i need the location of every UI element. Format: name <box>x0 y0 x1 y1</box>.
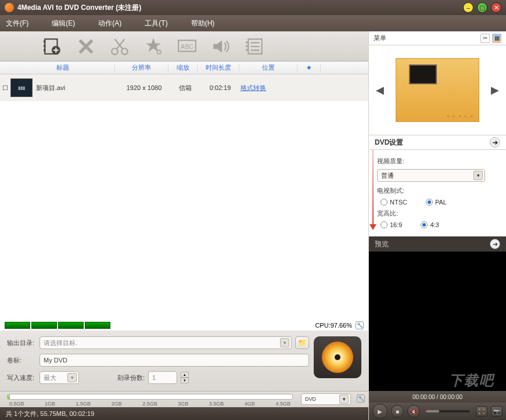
subtitle-button[interactable]: ABC <box>175 35 199 58</box>
ruler-track[interactable] <box>7 394 293 400</box>
file-name: 新项目.avi <box>36 84 117 92</box>
svg-point-5 <box>112 48 118 55</box>
minimize-button[interactable]: – <box>463 2 473 13</box>
ntsc-radio[interactable]: NTSC <box>381 199 407 206</box>
col-zoom[interactable]: 缩放 <box>168 63 198 72</box>
cpu-meter <box>31 322 57 329</box>
menu-file[interactable]: 文件(F) <box>6 19 28 28</box>
chapter-button[interactable] <box>243 35 266 58</box>
svg-rect-1 <box>44 40 45 42</box>
snapshot-button[interactable]: 📷 <box>491 406 503 417</box>
ruler-settings-button[interactable]: 🔧 <box>357 394 365 403</box>
dvd-settings-header[interactable]: DVD设置 ➔ <box>369 135 506 150</box>
template-prev-button[interactable]: ◀ <box>371 79 389 101</box>
aspect-ratio-label: 宽高比: <box>377 209 498 218</box>
write-speed-select[interactable]: 最大 ▾ <box>40 371 79 384</box>
grid-icon[interactable]: ▦ <box>492 34 501 43</box>
audio-button[interactable] <box>209 35 232 58</box>
col-resolution[interactable]: 分辨率 <box>115 63 168 72</box>
template-preview[interactable] <box>396 58 479 122</box>
copies-up-button[interactable]: ▴ <box>181 372 189 378</box>
radio-icon <box>381 221 387 228</box>
menu-tools[interactable]: 工具(T) <box>145 19 167 28</box>
file-location[interactable]: 格式转换 <box>241 84 266 92</box>
disc-type-select[interactable]: DVD ▾ <box>301 393 351 405</box>
maximize-button[interactable]: ▢ <box>477 2 487 13</box>
video-quality-select[interactable]: 普通 ▾ <box>377 169 485 182</box>
mute-button[interactable]: 🔇 <box>407 405 420 418</box>
svg-rect-13 <box>246 49 247 51</box>
output-dir-label: 输出目录: <box>7 339 36 347</box>
ratio-169-radio[interactable]: 16:9 <box>381 221 402 228</box>
svg-point-6 <box>121 48 128 55</box>
play-button[interactable]: ▶ <box>372 404 387 419</box>
volume-slider[interactable] <box>426 410 470 412</box>
preview-video-area <box>369 252 506 391</box>
copies-down-button[interactable]: ▾ <box>181 378 189 383</box>
file-duration: 0:02:19 <box>200 84 241 91</box>
menu-help[interactable]: 帮助(H) <box>191 19 215 28</box>
radio-icon <box>426 199 433 206</box>
cpu-meter <box>58 322 84 329</box>
delete-button[interactable] <box>74 35 98 58</box>
effects-button[interactable] <box>142 35 165 58</box>
tools-icon[interactable]: ✂ <box>480 34 490 43</box>
video-thumbnail: ▮▮▮ <box>10 78 33 97</box>
cut-button[interactable] <box>108 35 131 58</box>
add-file-button[interactable] <box>41 35 64 58</box>
output-dir-select[interactable]: 请选择目标. ▾ <box>40 336 292 349</box>
volume-label: 卷标: <box>7 356 36 365</box>
app-icon <box>5 3 14 12</box>
dvd-settings-panel: 视频质量: 普通 ▾ 电视制式: NTSC PAL 宽高比: 16:9 4:3 <box>369 150 506 236</box>
col-location[interactable]: 位置 <box>239 63 297 72</box>
chevron-down-icon: ▾ <box>280 338 289 347</box>
template-browser: ◀ ▶ <box>369 45 506 135</box>
cpu-meter <box>85 322 110 329</box>
status-bar: 共 1个文件, 55.75MB, 00:02:19 <box>0 407 368 420</box>
time-display: 00:00:00 / 00:00:00 <box>369 391 506 403</box>
burn-button[interactable] <box>314 336 361 378</box>
browse-folder-button[interactable]: 📁 <box>295 336 309 349</box>
ruler-fill <box>8 394 10 399</box>
arrow-right-icon: ➔ <box>490 137 500 148</box>
write-speed-label: 写入速度: <box>7 374 36 382</box>
ratio-43-radio[interactable]: 4:3 <box>421 221 439 228</box>
cpu-settings-button[interactable]: 🔧 <box>356 321 364 329</box>
cpu-meter <box>5 322 30 329</box>
file-zoom: 信箱 <box>171 84 200 92</box>
close-button[interactable]: ✕ <box>491 2 501 13</box>
svg-rect-2 <box>44 44 45 46</box>
window-title: 4Media AVI to DVD Converter (未注册) <box>17 3 141 13</box>
menu-action[interactable]: 动作(A) <box>98 19 121 28</box>
chevron-down-icon: ▾ <box>339 394 349 404</box>
preview-header[interactable]: 预览 ➔ <box>369 236 506 252</box>
tv-standard-label: 电视制式: <box>377 186 498 195</box>
volume-input[interactable]: My DVD <box>40 354 309 367</box>
stop-button[interactable]: ■ <box>391 405 404 418</box>
menu-bar: 文件(F) 编辑(E) 动作(A) 工具(T) 帮助(H) <box>0 15 506 31</box>
cpu-bar: CPU:97.66% 🔧 <box>0 320 368 331</box>
col-duration[interactable]: 时间长度 <box>198 63 239 72</box>
watermark: 下载吧 <box>449 371 494 390</box>
menu-title: 菜单 <box>374 34 386 42</box>
playback-controls: ▶ ■ 🔇 ⛶ 📷 <box>369 403 506 420</box>
radio-icon <box>381 199 387 206</box>
svg-text:ABC: ABC <box>181 43 193 50</box>
file-list: ☐ ▮▮▮ 新项目.avi 1920 x 1080 信箱 0:02:19 格式转… <box>0 74 368 320</box>
disc-icon <box>322 342 353 373</box>
video-quality-label: 视频质量: <box>377 157 498 166</box>
svg-rect-3 <box>44 49 45 51</box>
menu-edit[interactable]: 编辑(E) <box>52 19 75 28</box>
col-star[interactable]: ★ <box>297 64 321 71</box>
copies-input[interactable]: 1 <box>148 371 177 384</box>
col-title[interactable]: 标题 <box>10 63 115 72</box>
chevron-down-icon: ▾ <box>473 171 483 180</box>
file-row[interactable]: ☐ ▮▮▮ 新项目.avi 1920 x 1080 信箱 0:02:19 格式转… <box>0 74 368 101</box>
template-next-button[interactable]: ▶ <box>486 79 504 101</box>
fullscreen-button[interactable]: ⛶ <box>476 406 487 417</box>
annotation-arrow <box>371 150 375 236</box>
chevron-down-icon: ▾ <box>67 373 77 382</box>
pal-radio[interactable]: PAL <box>426 199 447 206</box>
row-checkbox[interactable]: ☐ <box>0 84 10 92</box>
svg-rect-11 <box>246 41 247 43</box>
